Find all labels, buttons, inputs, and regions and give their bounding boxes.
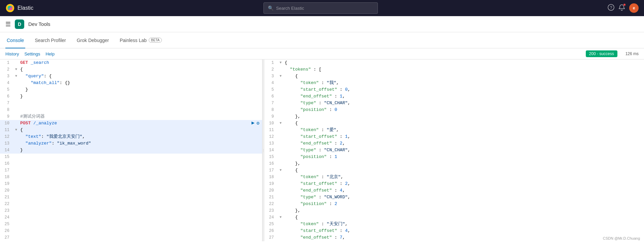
line-content: "position" : 2: [283, 201, 644, 207]
table-row: 7 "type" : "CN_CHAR",: [264, 100, 644, 107]
tab-grok-debugger[interactable]: Grok Debugger: [75, 33, 110, 48]
fold-gutter[interactable]: ▼: [278, 167, 283, 174]
line-number: 2: [264, 66, 278, 73]
table-row: 12 "start_offset" : 1,: [264, 133, 644, 140]
dev-tools-badge: D: [15, 19, 24, 29]
tab-painless-lab[interactable]: Painless Lab BETA: [118, 33, 164, 48]
fold-gutter[interactable]: ▼: [13, 66, 19, 73]
status-badge: 200 - success: [586, 50, 617, 57]
hamburger-btn[interactable]: ☰: [5, 21, 11, 28]
fold-gutter[interactable]: ▼: [13, 127, 19, 133]
wrench-icon[interactable]: ⚙: [257, 120, 259, 127]
line-content: "text": "我爱北京天安门",: [19, 133, 262, 140]
watermark: CSDN @Mr.D.Chuang: [603, 236, 640, 240]
line-number: 10: [264, 120, 278, 127]
line-number: 15: [264, 154, 278, 160]
line-number: 13: [0, 140, 13, 147]
line-number: 17: [264, 167, 278, 174]
fold-gutter[interactable]: ▼: [278, 59, 283, 66]
help-link[interactable]: Help: [45, 51, 55, 56]
table-row: 17: [0, 167, 262, 174]
table-row: 18: [0, 174, 262, 180]
history-link[interactable]: History: [5, 51, 19, 56]
line-content: "type" : "CN_WORD",: [283, 194, 644, 201]
run-button[interactable]: ▶: [252, 120, 255, 127]
line-content: }: [19, 93, 262, 100]
right-panel[interactable]: 1▼{2 "tokens" : [3▼ {4 "token" : "我",5 "…: [264, 59, 644, 241]
table-row: 24▼ {: [264, 214, 644, 221]
line-number: 12: [0, 133, 13, 140]
table-row: 22 "position" : 2: [264, 201, 644, 207]
table-row: 13 "analyzer": "ik_max_word": [0, 140, 262, 147]
second-nav: ☰ D Dev Tools: [0, 16, 644, 32]
fold-gutter[interactable]: ▼: [278, 120, 283, 127]
table-row: 26 "start_offset" : 4,: [264, 228, 644, 234]
line-content: "analyzer": "ik_max_word": [19, 140, 262, 147]
table-row: 4 "match_all": {}: [0, 80, 262, 86]
fold-gutter[interactable]: ▼: [13, 73, 19, 80]
line-number: 21: [0, 194, 13, 201]
line-number: 14: [264, 147, 278, 154]
table-row: 20: [0, 187, 262, 194]
line-content: },: [283, 207, 644, 214]
elastic-icon: [5, 3, 15, 13]
svg-point-3: [7, 6, 10, 10]
fold-gutter[interactable]: ▼: [278, 73, 283, 80]
table-row: 6 "end_offset" : 1,: [264, 93, 644, 100]
line-number: 18: [0, 174, 13, 180]
line-content: {: [283, 167, 644, 174]
table-row: 9#测试分词器: [0, 113, 262, 120]
line-number: 6: [264, 93, 278, 100]
line-number: 25: [264, 221, 278, 228]
table-row: 16: [0, 160, 262, 167]
line-number: 19: [0, 180, 13, 187]
line-content: "end_offset" : 1,: [283, 93, 644, 100]
tab-search-profiler[interactable]: Search Profiler: [33, 33, 67, 48]
table-row: 1GET _search: [0, 59, 262, 66]
global-search[interactable]: 🔍 Search Elastic: [263, 2, 378, 14]
line-content: "token" : "爱",: [283, 127, 644, 133]
table-row: 23 },: [264, 207, 644, 214]
line-number: 16: [264, 160, 278, 167]
line-number: 4: [0, 80, 13, 86]
table-row: 6}: [0, 93, 262, 100]
help-icon-btn[interactable]: ?: [608, 4, 614, 12]
svg-text:?: ?: [610, 5, 612, 10]
notification-dot: [623, 3, 626, 6]
line-content: "token" : "天安门",: [283, 221, 644, 228]
table-row: 22: [0, 201, 262, 207]
line-content: "token" : "北京",: [283, 174, 644, 180]
line-content: "type" : "CN_CHAR",: [283, 100, 644, 107]
line-number: 23: [0, 207, 13, 214]
user-avatar[interactable]: e: [629, 3, 639, 13]
line-content: },: [283, 113, 644, 120]
line-content: "start_offset" : 4,: [283, 228, 644, 234]
line-content: },: [283, 160, 644, 167]
table-row: 15 "position" : 1: [264, 154, 644, 160]
help-icon: ?: [608, 4, 614, 11]
left-code-area[interactable]: 1GET _search2▼{3▼ "query": {4 "match_all…: [0, 59, 262, 241]
line-number: 8: [264, 107, 278, 113]
time-badge: 126 ms: [625, 51, 639, 56]
settings-link[interactable]: Settings: [24, 51, 40, 56]
line-content: "end_offset" : 2,: [283, 140, 644, 147]
line-content: {: [283, 120, 644, 127]
notification-btn[interactable]: [618, 4, 625, 12]
table-row: 11▼{: [0, 127, 262, 133]
line-content: "match_all": {}: [19, 80, 262, 86]
line-content: }: [19, 147, 262, 154]
fold-gutter[interactable]: ▼: [278, 214, 283, 221]
line-content: {: [283, 59, 644, 66]
line-content: "tokens" : [: [283, 66, 644, 73]
table-row: 1▼{: [264, 59, 644, 66]
app-name: Elastic: [17, 5, 33, 11]
table-row: 10▼ {: [264, 120, 644, 127]
line-number: 3: [0, 73, 13, 80]
elastic-logo[interactable]: Elastic: [5, 3, 33, 13]
line-content: POST /_analyze: [19, 120, 252, 127]
toolbar: History Settings Help 200 - success 126 …: [0, 48, 644, 59]
tab-console[interactable]: Console: [5, 33, 25, 48]
table-row: 25 "token" : "天安门",: [264, 221, 644, 228]
table-row: 24: [0, 214, 262, 221]
line-number: 11: [264, 127, 278, 133]
